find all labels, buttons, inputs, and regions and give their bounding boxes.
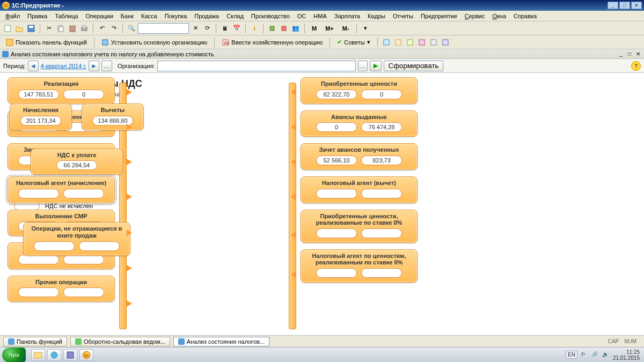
vat-to-pay-block[interactable]: НДС к уплате 66 284,54 [31,149,123,175]
tray-network-icon[interactable]: 🔗 [591,351,599,359]
menu-production[interactable]: Производство [248,12,293,20]
tab-vat-analysis[interactable]: Анализ состояния налогов... [173,337,269,346]
new-icon[interactable] [2,23,13,34]
subwin-restore-button[interactable]: □ [626,50,633,58]
menu-file[interactable]: Файл [2,12,23,20]
tool2-icon[interactable] [279,23,289,34]
report6-icon[interactable] [440,37,451,48]
menu-cash[interactable]: Касса [138,12,160,20]
clear-search-icon[interactable]: ✕ [190,23,201,34]
svg-text:1c: 1c [84,353,89,358]
right-block-2[interactable]: Зачет авансов полученных52 566,10823,73 [301,143,418,170]
close-button[interactable]: ✕ [631,2,642,9]
ql-1c-icon[interactable]: 1c [79,349,93,361]
panel-functions-button[interactable]: Показать панель функций [2,37,91,48]
maximize-button[interactable]: □ [619,2,630,9]
deductions-block[interactable]: Вычеты 134 888,80 [82,104,144,130]
paste-icon[interactable] [67,23,78,34]
undo-icon[interactable]: ↶ [97,23,107,34]
right-block-5[interactable]: Налоговый агент по ценностям, реализован… [301,249,418,283]
calendar-icon[interactable]: 📅 [231,23,242,34]
menu-edit[interactable]: Правка [24,12,50,20]
period-next-button[interactable]: ► [89,61,99,71]
tray-flag-icon[interactable]: 🏳 [581,351,588,359]
print-icon[interactable] [79,23,90,34]
calc-icon[interactable]: 🖩 [219,23,230,34]
report5-icon[interactable] [428,37,439,48]
menu-nma[interactable]: НМА [310,12,330,20]
search-input[interactable] [138,23,189,34]
vat-to-pay-value: 66 284,54 [56,160,97,170]
menu-stock[interactable]: Склад [223,12,247,20]
menu-table[interactable]: Таблица [52,12,81,20]
menu-help[interactable]: Справка [510,12,540,20]
ql-explorer-icon[interactable] [31,349,45,361]
menu-salary[interactable]: Зарплата [331,12,363,20]
report2-icon[interactable] [393,37,404,48]
tab-panel-functions[interactable]: Панель функций [3,337,67,346]
mplus-button[interactable]: М+ [321,23,338,34]
left-block-3[interactable]: Налоговый агент (начисление) [8,176,115,203]
right-block-3[interactable]: Налоговый агент (вычет) [301,176,418,203]
menu-hr[interactable]: Кадры [364,12,389,20]
subwin-minimize-button[interactable]: _ [617,50,625,58]
form-report-button[interactable]: Сформировать [384,61,444,71]
mminus-button[interactable]: М- [339,23,353,34]
cut-icon[interactable]: ✂ [43,23,54,34]
minimize-button[interactable]: _ [608,2,618,9]
org-select-button[interactable]: … [358,61,368,71]
ql-ie-icon[interactable] [47,349,61,361]
period-value-link[interactable]: 4 квартал 2014 г. [41,63,86,69]
left-block-0[interactable]: Реализация147 783,510 [8,77,115,104]
not-in-sales-book-block[interactable]: Операции, не отражающиеся в книге продаж [23,222,130,255]
menu-os[interactable]: ОС [294,12,310,20]
copy-icon[interactable] [55,23,66,34]
m-button[interactable]: М [308,23,320,34]
report1-icon[interactable] [381,37,392,48]
svg-rect-6 [71,25,74,27]
right-block-0[interactable]: Приобретенные ценности82 322,700 [301,77,418,104]
start-button[interactable]: Пуск [2,348,26,363]
right-block-4[interactable]: Приобретенные ценности, реализованные по… [301,210,418,243]
menu-enterprise[interactable]: Предприятие [418,12,460,20]
window-titlebar: 1c 1С:Предприятие - _ □ ✕ [0,0,644,11]
menu-operations[interactable]: Операции [82,12,116,20]
ql-app-icon[interactable] [63,349,77,361]
accruals-title: Начисления [14,107,67,114]
report3-icon[interactable] [405,37,415,48]
subwin-close-button[interactable]: ✕ [634,50,642,58]
left-block-3-value-a [18,189,59,198]
menu-windows[interactable]: Окна [489,12,509,20]
period-select-button[interactable]: … [101,61,112,71]
tool-icon[interactable] [267,23,277,34]
right-block-1[interactable]: Авансы выданные076 474,28 [301,110,418,137]
advice-button[interactable]: ✔Советы▾ [333,37,374,48]
refresh-icon[interactable]: ⟳ [202,23,213,34]
search-icon[interactable]: 🔍 [126,23,137,34]
run-button[interactable]: ▶ [370,61,382,71]
accruals-block[interactable]: Начисления 201 173,34 [10,104,72,130]
lang-indicator[interactable]: EN [566,351,577,359]
redo-icon[interactable]: ↷ [108,23,119,34]
organization-input[interactable] [157,61,356,71]
report4-icon[interactable] [416,37,427,48]
tab-osv[interactable]: Оборотно-сальдовая ведом... [70,337,170,346]
users-icon[interactable]: 👥 [290,23,301,34]
app-title: 1С:Предприятие - [12,2,64,9]
open-icon[interactable] [14,23,25,34]
set-main-org-button[interactable]: Установить основную организацию [98,37,211,48]
tray-sound-icon[interactable]: 🔊 [602,351,610,359]
dropdown-icon[interactable]: ▾ [360,23,371,34]
menu-reports[interactable]: Отчеты [390,12,416,20]
period-prev-button[interactable]: ◄ [28,61,39,71]
enter-operation-button[interactable]: AxВвести хозяйственную операцию [218,37,326,48]
save-icon[interactable] [26,23,36,34]
left-block-6[interactable]: Прочие операции [8,276,115,302]
tray-clock[interactable]: 11:25 21.01.2015 [613,349,640,361]
menu-bank[interactable]: Банк [118,12,137,20]
menu-service[interactable]: Сервис [462,12,488,20]
help-icon[interactable]: i [249,23,260,34]
menu-purchase[interactable]: Покупка [162,12,191,20]
help-button[interactable]: ? [631,61,641,71]
menu-sale[interactable]: Продажа [191,12,222,20]
